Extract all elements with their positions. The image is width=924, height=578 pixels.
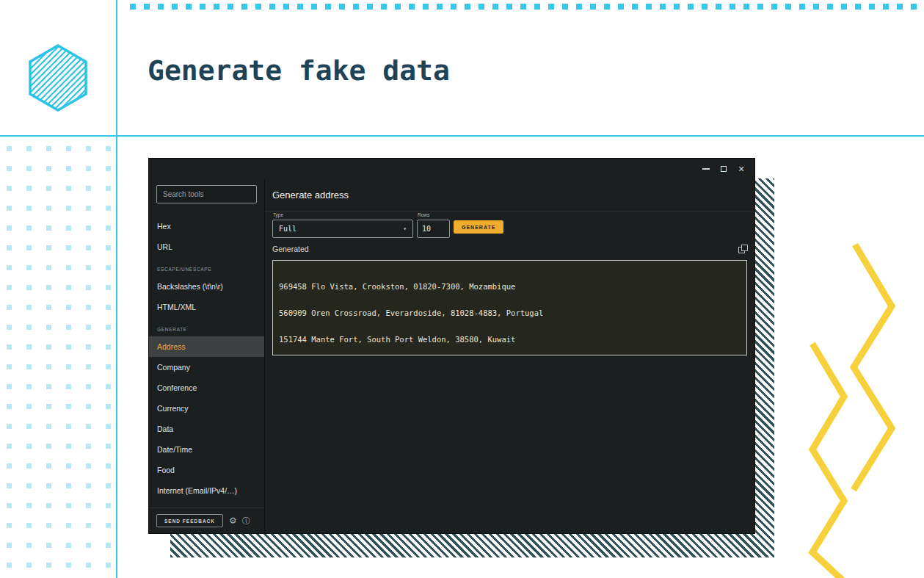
generated-header-row: Generated (272, 245, 747, 253)
sidebar-footer: SEND FEEDBACK ⚙ ⓘ (149, 507, 264, 533)
sidebar-item-internet[interactable]: Internet (Email/IPv4/…) (149, 480, 264, 501)
app-window: ✕ Hex URL ESCAPE/UNESCAPE Backslashes (\… (148, 158, 755, 534)
sidebar-nav: Hex URL ESCAPE/UNESCAPE Backslashes (\t\… (149, 216, 264, 507)
horizontal-accent-line (0, 135, 924, 137)
tool-title: Generate address (265, 179, 754, 212)
generated-label: Generated (272, 245, 309, 253)
sidebar-item-url[interactable]: URL (149, 236, 264, 257)
minimize-icon (702, 168, 710, 170)
sidebar-item-currency[interactable]: Currency (149, 398, 264, 419)
rows-label: Rows (418, 212, 450, 218)
sidebar-item-food[interactable]: Food (149, 460, 264, 480)
sidebar-item-backslashes[interactable]: Backslashes (\t\n\r) (149, 276, 264, 297)
type-label: Type (273, 212, 413, 218)
window-titlebar: ✕ (149, 159, 754, 179)
send-feedback-button[interactable]: SEND FEEDBACK (156, 514, 223, 527)
output-line: 969458 Flo Vista, Crookston, 01820-7300,… (279, 282, 741, 291)
copy-icon[interactable] (738, 245, 747, 253)
top-dashes-decoration (130, 4, 924, 10)
sidebar-section-escape-unescape: ESCAPE/UNESCAPE (149, 263, 264, 276)
sidebar-item-html-xml[interactable]: HTML/XML (149, 297, 264, 317)
output-line: 560909 Oren Crossroad, Everardoside, 810… (279, 308, 741, 317)
sidebar-item-conference[interactable]: Conference (149, 377, 264, 398)
sidebar-section-generate: GENERATE (149, 323, 264, 336)
page-title: Generate fake data (148, 54, 450, 87)
rows-input[interactable] (417, 220, 450, 238)
rows-field: Rows (417, 212, 450, 238)
chevron-down-icon: ▾ (403, 225, 407, 232)
sidebar-item-company[interactable]: Company (149, 357, 264, 377)
dot-grid (0, 146, 116, 578)
close-button[interactable]: ✕ (734, 162, 749, 176)
content-panel: Generate address Type Full ▾ Rows GENERA… (265, 179, 754, 533)
minimize-button[interactable] (699, 162, 713, 176)
search-input[interactable] (156, 185, 257, 203)
info-icon[interactable]: ⓘ (242, 517, 250, 525)
type-select-value: Full (279, 225, 297, 233)
maximize-button[interactable] (716, 162, 731, 176)
generated-output[interactable]: 969458 Flo Vista, Crookston, 01820-7300,… (272, 260, 747, 355)
generate-button[interactable]: GENERATE (454, 220, 503, 234)
sidebar-item-address[interactable]: Address (149, 336, 264, 357)
maximize-icon (721, 166, 727, 172)
copy-icon-front (741, 245, 748, 251)
hexagon-logo (27, 44, 89, 112)
close-icon: ✕ (738, 165, 744, 173)
sidebar-item-datetime[interactable]: Date/Time (149, 439, 264, 460)
vertical-accent-line (116, 0, 117, 578)
output-line: 151744 Mante Fort, South Port Weldon, 38… (279, 335, 741, 344)
type-select[interactable]: Full ▾ (272, 220, 413, 238)
generator-form: Type Full ▾ Rows GENERATE (265, 212, 754, 238)
sidebar-item-hex[interactable]: Hex (149, 216, 264, 236)
gear-icon[interactable]: ⚙ (229, 516, 237, 525)
type-field: Type Full ▾ (272, 212, 413, 238)
zigzag-decoration (804, 239, 899, 578)
sidebar: Hex URL ESCAPE/UNESCAPE Backslashes (\t\… (149, 179, 265, 533)
page: Generate fake data ✕ Hex URL ESC (0, 0, 924, 578)
sidebar-item-data[interactable]: Data (149, 419, 264, 439)
